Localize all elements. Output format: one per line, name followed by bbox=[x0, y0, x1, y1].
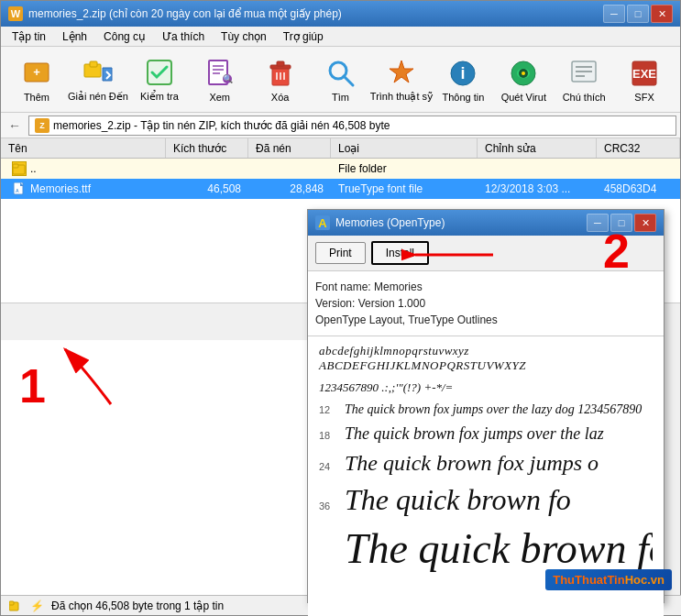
test-icon bbox=[143, 56, 176, 89]
cell-crc: 458D63D4 bbox=[597, 182, 680, 195]
font-title-left: A Memories (OpenType) bbox=[315, 215, 445, 230]
title-bar: W memories_2.zip (chỉ còn 20 ngày con lạ… bbox=[1, 1, 680, 27]
preview-line-nums: 1234567890 .:,;'"(!?) +-*/= bbox=[319, 380, 653, 395]
cell-modified: 12/3/2018 3:03 ... bbox=[478, 182, 597, 195]
tool-scan[interactable]: Quét Virut bbox=[495, 51, 552, 108]
font-type-line: OpenType Layout, TrueType Outlines bbox=[315, 312, 656, 328]
font-toolbar: Print Install bbox=[308, 236, 664, 271]
empty-area: 1 bbox=[1, 340, 308, 595]
toolbar: + Thêm Giải nén Đến bbox=[1, 47, 680, 113]
extract-icon bbox=[82, 56, 115, 89]
preview-text-18: The quick brown fox jumps over the laz bbox=[345, 424, 604, 444]
preview-line-12: 12 The quick brown fox jumps over the la… bbox=[319, 402, 653, 417]
tool-wizard[interactable]: Trình thuật sỹ bbox=[372, 51, 431, 108]
folder-up-icon bbox=[12, 161, 27, 176]
preview-line-24: 24 The quick brown fox jumps o bbox=[319, 451, 653, 476]
menu-file[interactable]: Tập tin bbox=[5, 28, 53, 45]
app-icon: W bbox=[8, 6, 23, 21]
status-icon bbox=[8, 599, 23, 613]
svg-text:🔍: 🔍 bbox=[222, 73, 233, 84]
font-title-controls: ─ □ ✕ bbox=[587, 214, 656, 232]
menu-tools[interactable]: Công cụ bbox=[96, 28, 153, 45]
preview-line-36: 36 The quick brown fo bbox=[319, 483, 653, 517]
font-version-line: Version: Version 1.000 bbox=[315, 295, 656, 312]
tool-extract-label: Giải nén Đến bbox=[68, 91, 128, 103]
tool-comment-label: Chú thích bbox=[563, 92, 606, 103]
tool-sfx[interactable]: EXE SFX bbox=[616, 51, 673, 108]
info-icon: i bbox=[446, 57, 479, 90]
sfx-icon: EXE bbox=[628, 57, 661, 90]
tool-delete[interactable]: Xóa bbox=[252, 51, 309, 108]
svg-rect-32 bbox=[13, 164, 18, 168]
tool-scan-label: Quét Virut bbox=[501, 92, 546, 103]
address-path: memories_2.zip - Tập tin nén ZIP, kích t… bbox=[53, 119, 390, 132]
font-maximize-button[interactable]: □ bbox=[610, 214, 632, 232]
address-bar: ← Z memories_2.zip - Tập tin nén ZIP, kí… bbox=[1, 113, 680, 138]
menu-command[interactable]: Lệnh bbox=[55, 28, 94, 45]
preview-size-12: 12 bbox=[319, 404, 337, 415]
ttf-file-icon: A bbox=[12, 182, 27, 196]
svg-text:i: i bbox=[461, 64, 466, 82]
cell-packed: 28,848 bbox=[248, 182, 331, 195]
tool-add-label: Thêm bbox=[24, 92, 49, 103]
comment-icon bbox=[567, 57, 600, 90]
cell-type: TrueType font file bbox=[331, 182, 478, 195]
font-name-line: Font name: Memories bbox=[315, 279, 656, 295]
header-type[interactable]: Loại bbox=[331, 138, 478, 158]
file-name: Memories.ttf bbox=[30, 182, 91, 195]
address-input[interactable]: Z memories_2.zip - Tập tin nén ZIP, kích… bbox=[28, 116, 676, 136]
tool-view-label: Xem bbox=[209, 92, 230, 103]
svg-text:EXE: EXE bbox=[632, 67, 656, 81]
scan-icon bbox=[507, 57, 540, 90]
svg-text:+: + bbox=[33, 65, 40, 79]
print-button[interactable]: Print bbox=[315, 242, 366, 264]
install-button[interactable]: Install bbox=[371, 241, 429, 265]
wizard-icon bbox=[385, 56, 418, 89]
tool-comment[interactable]: Chú thích bbox=[555, 51, 612, 108]
preview-size-36: 36 bbox=[319, 500, 337, 512]
tool-sfx-label: SFX bbox=[634, 92, 654, 103]
tool-test[interactable]: Kiểm tra bbox=[131, 51, 188, 108]
svg-rect-37 bbox=[9, 601, 14, 605]
svg-line-18 bbox=[344, 76, 353, 85]
menu-options[interactable]: Tùy chọn bbox=[214, 28, 274, 45]
maximize-button[interactable]: □ bbox=[627, 5, 649, 23]
font-title-bar: A Memories (OpenType) ─ □ ✕ bbox=[308, 210, 664, 236]
font-minimize-button[interactable]: ─ bbox=[587, 214, 609, 232]
tool-find[interactable]: Tìm bbox=[313, 51, 369, 108]
font-preview-area[interactable]: abcdefghijklmnopqrstuvwxyz ABCDEFGHIJKLM… bbox=[308, 336, 664, 616]
cell-size: 46,508 bbox=[166, 182, 248, 195]
font-window-title: Memories (OpenType) bbox=[335, 216, 445, 229]
font-info: Font name: Memories Version: Version 1.0… bbox=[308, 271, 664, 336]
header-crc[interactable]: CRC32 bbox=[597, 138, 680, 158]
minimize-button[interactable]: ─ bbox=[603, 5, 625, 23]
svg-text:A: A bbox=[16, 188, 19, 193]
menu-favorites[interactable]: Ưa thích bbox=[155, 28, 212, 45]
header-packed[interactable]: Đã nén bbox=[248, 138, 331, 158]
tool-test-label: Kiểm tra bbox=[140, 91, 179, 103]
status-icon2: ⚡ bbox=[30, 600, 44, 612]
preview-line-alphabet: abcdefghijklmnopqrstuvwxyz ABCDEFGHIJKLM… bbox=[319, 344, 653, 373]
close-button[interactable]: ✕ bbox=[651, 5, 673, 23]
tool-view[interactable]: 🔍 Xem bbox=[192, 51, 248, 108]
preview-size-18: 18 bbox=[319, 430, 337, 441]
svg-rect-13 bbox=[277, 61, 284, 66]
preview-text-nums: 1234567890 .:,;'"(!?) +-*/= bbox=[319, 380, 453, 395]
status-text: Đã chọn 46,508 byte trong 1 tập tin bbox=[51, 600, 224, 612]
table-row[interactable]: A Memories.ttf 46,508 28,848 TrueType fo… bbox=[1, 179, 680, 199]
header-name[interactable]: Tên bbox=[1, 138, 166, 158]
tool-info[interactable]: i Thông tin bbox=[434, 51, 491, 108]
preview-text-12: The quick brown fox jumps over the lazy … bbox=[345, 402, 642, 417]
menu-help[interactable]: Trợ giúp bbox=[276, 28, 331, 45]
tool-extract[interactable]: Giải nén Đến bbox=[69, 51, 127, 108]
header-size[interactable]: Kích thước bbox=[166, 138, 248, 158]
font-close-button[interactable]: ✕ bbox=[634, 214, 656, 232]
header-modified[interactable]: Chỉnh sửa bbox=[478, 138, 597, 158]
font-app-icon: A bbox=[315, 215, 330, 230]
preview-text-last: The quick brown fo bbox=[345, 524, 653, 573]
menu-bar: Tập tin Lệnh Công cụ Ưa thích Tùy chọn T… bbox=[1, 27, 680, 47]
add-icon: + bbox=[20, 57, 53, 90]
table-row[interactable]: .. File folder bbox=[1, 159, 680, 179]
back-button[interactable]: ← bbox=[5, 116, 25, 136]
tool-add[interactable]: + Thêm bbox=[8, 51, 65, 108]
